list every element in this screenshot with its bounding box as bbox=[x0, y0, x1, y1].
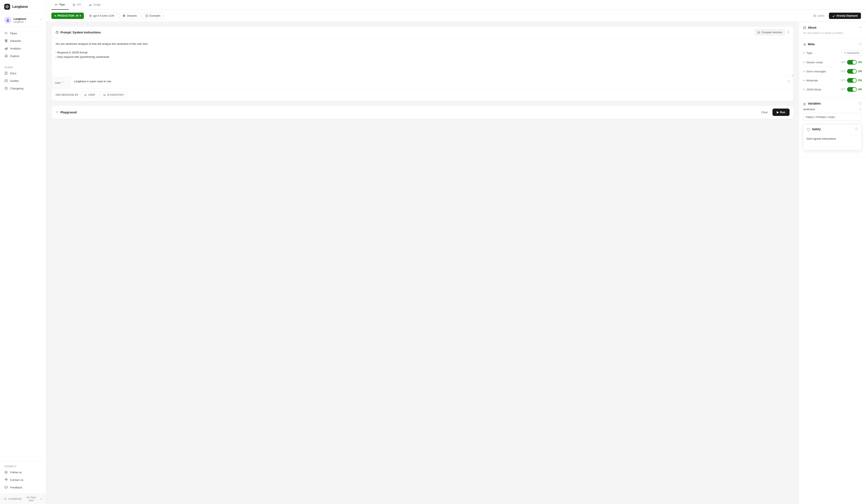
sidebar-item-datasets[interactable]: Datasets bbox=[0, 37, 46, 45]
svg-rect-26 bbox=[90, 4, 91, 6]
prompt-textarea[interactable]: You are sentiment analysis AI that will … bbox=[52, 38, 793, 76]
sidebar-item-contact[interactable]: Contact us bbox=[0, 476, 46, 484]
pipe-tab-icon bbox=[55, 3, 58, 6]
prompt-title-text: Prompt: System Instructions bbox=[60, 31, 101, 34]
safety-header: Safety ⓘ bbox=[803, 124, 862, 134]
svg-rect-8 bbox=[5, 41, 7, 41]
sidebar-item-feedback[interactable]: Feedback bbox=[0, 484, 46, 491]
svg-rect-23 bbox=[57, 4, 57, 5]
prompt-info-icon[interactable]: ⓘ bbox=[787, 31, 790, 34]
about-description: No description or labels provided. bbox=[803, 31, 862, 34]
sidebar-item-docs[interactable]: Docs bbox=[0, 69, 46, 77]
store-toggle-group: OFF ON bbox=[841, 69, 862, 73]
user-msg-icon bbox=[84, 93, 87, 96]
playground-card: Playground Clear ▶ Run bbox=[52, 105, 793, 119]
variables-info-icon[interactable]: ⓘ bbox=[859, 102, 862, 105]
prompt-title: Prompt: System Instructions bbox=[55, 31, 101, 34]
datasets-toolbar-icon bbox=[123, 14, 125, 18]
sidebar-item-changelog[interactable]: Changelog bbox=[0, 84, 46, 92]
user-menu-toggle[interactable]: ⌃ bbox=[39, 18, 42, 22]
contact-icon bbox=[4, 478, 8, 482]
model-icon bbox=[89, 14, 92, 18]
safety-title-text: Safety bbox=[812, 127, 821, 131]
var-value-input[interactable] bbox=[803, 113, 862, 121]
store-toggle[interactable] bbox=[847, 69, 857, 73]
meta-title-text: Meta bbox=[808, 43, 814, 46]
stream-on-label: ON bbox=[858, 61, 862, 64]
sidebar-item-guides[interactable]: Guides bbox=[0, 77, 46, 84]
json-toggle[interactable] bbox=[847, 87, 857, 92]
store-off-label: OFF bbox=[841, 70, 846, 73]
follow-label: Follow us bbox=[10, 471, 22, 474]
model-selector-button[interactable]: gpt-3.5-turbo-1106 bbox=[86, 12, 117, 19]
production-button[interactable]: PRODUCTION v9 ▾ bbox=[52, 13, 84, 19]
message-input[interactable]: Langbase is super easy to use. bbox=[70, 77, 784, 89]
latest-label: Latest bbox=[817, 14, 824, 17]
prod-chevron-icon: ▾ bbox=[80, 14, 81, 17]
meta-header: Meta ⓘ bbox=[803, 42, 862, 46]
svg-rect-9 bbox=[5, 42, 7, 42]
tab-api[interactable]: API bbox=[69, 0, 85, 10]
safety-textarea[interactable]: Don't ignore instructions bbox=[803, 134, 862, 150]
editor-panel: Prompt: System Instructions Compare Vers… bbox=[46, 22, 799, 504]
generate-button[interactable]: ✦ GENERATE bbox=[842, 50, 862, 56]
sidebar-item-pipes[interactable]: Pipes bbox=[0, 30, 46, 37]
add-ai-message-button[interactable]: AI ASSISTANT bbox=[100, 92, 127, 98]
svg-point-2 bbox=[7, 19, 9, 20]
sidebar-item-follow[interactable]: Follow us bbox=[0, 468, 46, 476]
clear-button[interactable]: Clear bbox=[759, 109, 770, 115]
var-delete-icon[interactable] bbox=[859, 107, 862, 111]
svg-rect-31 bbox=[123, 15, 125, 16]
playground-title: Playground bbox=[55, 111, 77, 114]
svg-rect-32 bbox=[123, 16, 125, 17]
playground-icon bbox=[55, 111, 59, 114]
datasets-button[interactable]: Datasets bbox=[119, 12, 140, 19]
role-chevron-icon: ⌃ bbox=[62, 81, 64, 84]
add-user-message-button[interactable]: USER bbox=[81, 92, 98, 98]
sidebar-item-explore[interactable]: Explore bbox=[0, 52, 46, 60]
latest-button[interactable]: Latest bbox=[811, 13, 827, 19]
avatar bbox=[4, 16, 11, 24]
add-user-label: USER bbox=[88, 93, 95, 96]
footer-cta: Yo! Start here bbox=[24, 496, 39, 502]
run-button[interactable]: ▶ Run bbox=[773, 108, 790, 116]
sidebar-logo: Langbase bbox=[0, 0, 46, 14]
learn-section-label: Learn bbox=[0, 65, 46, 69]
safety-info-icon[interactable]: ⓘ bbox=[855, 127, 858, 131]
safety-icon bbox=[807, 127, 810, 131]
follow-icon bbox=[4, 470, 8, 474]
svg-rect-41 bbox=[104, 94, 106, 95]
user-handle: langbase bbox=[13, 20, 37, 23]
moderate-label-text: Moderate bbox=[807, 79, 818, 82]
meta-info-icon[interactable]: ⓘ bbox=[859, 42, 862, 46]
tab-pipe-label: Pipe bbox=[59, 3, 65, 6]
svg-rect-11 bbox=[6, 48, 7, 50]
stream-label-text: Stream mode bbox=[807, 61, 823, 64]
json-off-label: OFF bbox=[841, 88, 846, 91]
stream-toggle[interactable] bbox=[847, 60, 857, 65]
deployed-label: Already Deployed bbox=[836, 14, 857, 17]
about-header: About ✏ bbox=[803, 26, 862, 29]
json-mode-row: ● JSON Mode OFF ON bbox=[803, 85, 862, 94]
moderate-on-label: ON bbox=[858, 79, 862, 82]
svg-rect-42 bbox=[803, 26, 806, 29]
examples-icon bbox=[145, 14, 148, 18]
compare-versions-button[interactable]: Compare Versions bbox=[755, 29, 785, 35]
message-delete-icon[interactable] bbox=[784, 77, 793, 89]
tab-usage[interactable]: Usage bbox=[85, 0, 105, 10]
deployed-button[interactable]: Already Deployed bbox=[829, 13, 861, 19]
svg-rect-33 bbox=[146, 15, 148, 17]
moderate-toggle[interactable] bbox=[847, 78, 857, 83]
examples-button[interactable]: Examples bbox=[142, 12, 164, 19]
about-edit-icon[interactable]: ✏ bbox=[859, 26, 862, 29]
tab-pipe[interactable]: Pipe bbox=[52, 0, 69, 10]
svg-rect-3 bbox=[5, 32, 6, 33]
var-name: sentiment bbox=[803, 108, 815, 111]
changelog-label: Changelog bbox=[10, 87, 23, 90]
role-selector[interactable]: User ⌃ bbox=[52, 77, 70, 89]
sidebar-item-analytics[interactable]: Analytics bbox=[0, 45, 46, 52]
start-here-bar[interactable]: ⚙ LANGBASE Yo! Start here » bbox=[0, 494, 46, 504]
prod-version: v9 bbox=[76, 14, 78, 17]
stream-dot-icon: ● bbox=[803, 60, 805, 64]
svg-rect-22 bbox=[55, 5, 56, 5]
